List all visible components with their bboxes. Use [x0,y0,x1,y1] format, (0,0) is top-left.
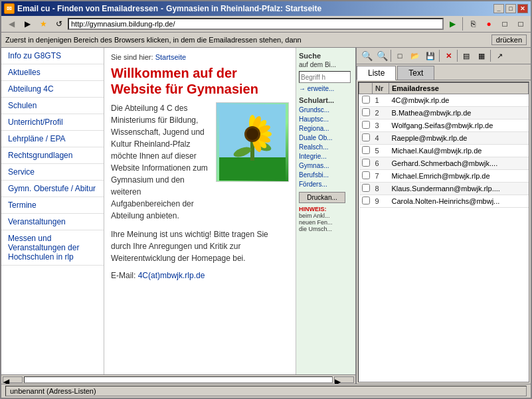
email-tb-sep3 [457,50,458,62]
go-button[interactable]: ▶ [445,17,460,31]
nav-item-lehrplaene[interactable]: Lehrpläne / EPA [1,131,104,147]
schulart-förders[interactable]: Förders... [299,180,353,189]
record-btn[interactable]: ● [482,17,496,31]
row-checkbox[interactable] [362,146,370,154]
search-expand-link[interactable]: → erweite... [299,85,353,92]
web-content-inner: Sie sind hier: Startseite Willkommen auf… [104,48,296,292]
schulart-gymnas[interactable]: Gymnas... [299,161,353,171]
instruction-button[interactable]: drücken [491,35,527,45]
email-tb-sep1 [391,50,391,62]
schulart-regiona[interactable]: Regiona... [299,124,353,133]
square-btn1[interactable]: □ [497,17,512,31]
row-email[interactable]: Michael.Kaul@mbwjk.rlp.de [389,145,529,157]
row-checkbox[interactable] [362,171,370,179]
row-nr: 1 [373,94,389,107]
row-email[interactable]: B.Mathea@mbwjk.rlp.de [389,107,529,120]
tab-liste[interactable]: Liste [357,66,396,80]
row-checkbox[interactable] [362,184,370,192]
table-row: 4 Raepple@mbwjk.rlp.de [359,132,529,145]
schulart-hauptsc[interactable]: Hauptsc... [299,115,353,124]
nav-item-abteilung[interactable]: Abteilung 4C [1,81,104,98]
row-email[interactable]: Klaus.Sundermann@mbwjk.rlp.... [389,183,529,195]
row-checkbox-cell[interactable] [359,132,373,145]
print-button[interactable]: Druckan... [299,192,345,203]
search-input[interactable] [299,71,351,83]
row-email[interactable]: Gerhard.Schmerbach@mbwjk.... [389,157,529,170]
nav-item-termine[interactable]: Termine [1,197,104,214]
row-checkbox-cell[interactable] [359,94,373,107]
nav-item-gymn-oberstufe[interactable]: Gymn. Oberstufe / Abitur [1,181,104,197]
row-email[interactable]: Carola.Nolten-Heinrichs@mbwj... [389,195,529,208]
nav-item-rechtsgrundlagen[interactable]: Rechtsgrundlagen [1,147,104,164]
row-nr: 2 [373,107,389,120]
hinweis-line3: die Umsch... [299,226,353,232]
status-bar: unbenannt (Adress-Listen) [1,384,531,398]
row-email[interactable]: Wolfgang.Seifas@mbwjk.rlp.de [389,120,529,132]
search-subtitle: auf dem Bi... [299,61,353,68]
minimize-button[interactable]: _ [493,4,504,13]
schulart-duale[interactable]: Duale Ob... [299,133,353,143]
svg-point-14 [246,128,258,140]
schulart-integrie[interactable]: Integrie... [299,152,353,161]
email-scan2-btn[interactable]: 🔍 [375,49,389,62]
scroll-track[interactable] [24,376,333,383]
scroll-right[interactable]: ▶ [334,376,354,383]
row-checkbox-cell[interactable] [359,120,373,132]
favorites-button[interactable]: ★ [36,17,50,31]
browser-h-scrollbar[interactable]: ◀ ▶ [1,374,355,384]
col-nr: Nr [373,83,389,94]
svg-rect-1 [219,157,286,181]
email-grid1-btn[interactable]: ▤ [459,49,474,62]
square-btn2[interactable]: □ [513,17,528,31]
copy-btn[interactable]: ⎘ [466,17,480,31]
schulart-grundsc[interactable]: Grundsc... [299,106,353,115]
row-email[interactable]: Michael.Emrich@mbwjk.rlp.de [389,170,529,183]
scroll-left[interactable]: ◀ [3,376,23,383]
nav-item-service[interactable]: Service [1,164,104,181]
email-table-container: Nr Emailadresse 1 4C@mbwjk.rlp.de 2 B.Ma… [358,82,529,382]
row-nr: 4 [373,132,389,145]
email-new-btn[interactable]: □ [393,49,407,62]
row-checkbox-cell[interactable] [359,170,373,183]
row-checkbox-cell[interactable] [359,183,373,195]
row-checkbox[interactable] [362,197,370,204]
row-checkbox[interactable] [362,96,370,104]
maximize-button[interactable]: □ [505,4,516,13]
email-save-btn[interactable]: 💾 [423,49,438,62]
tab-text[interactable]: Text [397,66,434,80]
row-checkbox[interactable] [362,159,370,167]
row-checkbox-cell[interactable] [359,195,373,208]
forward-button[interactable]: ▶ [20,17,35,31]
email-toolbar: 🔍 🔍 □ 📂 💾 ✕ ▤ ▦ ↗ [357,48,531,64]
email-link[interactable]: 4C(at)mbwjk.rlp.de [138,271,205,280]
row-email[interactable]: Raepple@mbwjk.rlp.de [389,132,529,145]
back-button[interactable]: ◀ [4,17,19,31]
row-checkbox[interactable] [362,108,370,116]
table-row: 3 Wolfgang.Seifas@mbwjk.rlp.de [359,120,529,132]
row-checkbox[interactable] [362,121,370,129]
schulart-berufsbi[interactable]: Berufsbi... [299,171,353,180]
email-grid2-btn[interactable]: ▦ [474,49,489,62]
row-nr: 5 [373,145,389,157]
email-open-btn[interactable]: 📂 [408,49,422,62]
row-checkbox[interactable] [362,133,370,141]
breadcrumb-link[interactable]: Startseite [155,53,186,61]
schulart-realsch[interactable]: Realsch... [299,143,353,152]
row-checkbox-cell[interactable] [359,145,373,157]
nav-item-aktuelles[interactable]: Aktuelles [1,64,104,81]
row-email[interactable]: 4C@mbwjk.rlp.de [389,94,529,107]
nav-item-veranstaltungen[interactable]: Veranstaltungen [1,214,104,230]
title-bar: ✉ Email cu - Finden von Emailadressen - … [1,1,531,16]
nav-item-g8gts[interactable]: Info zu G8GTS [1,48,104,64]
refresh-button[interactable]: ↺ [52,17,66,31]
row-checkbox-cell[interactable] [359,157,373,170]
email-export-btn[interactable]: ↗ [492,49,507,62]
nav-item-schulen[interactable]: Schulen [1,98,104,114]
email-delete-btn[interactable]: ✕ [441,49,456,62]
address-input[interactable] [68,18,444,30]
row-checkbox-cell[interactable] [359,107,373,120]
nav-item-messen[interactable]: Messen und Veranstaltungen der Hochschul… [1,230,104,266]
email-scan-btn[interactable]: 🔍 [359,49,374,62]
nav-item-unterricht[interactable]: Unterricht/Profil [1,114,104,131]
close-button[interactable]: ✕ [517,4,528,13]
